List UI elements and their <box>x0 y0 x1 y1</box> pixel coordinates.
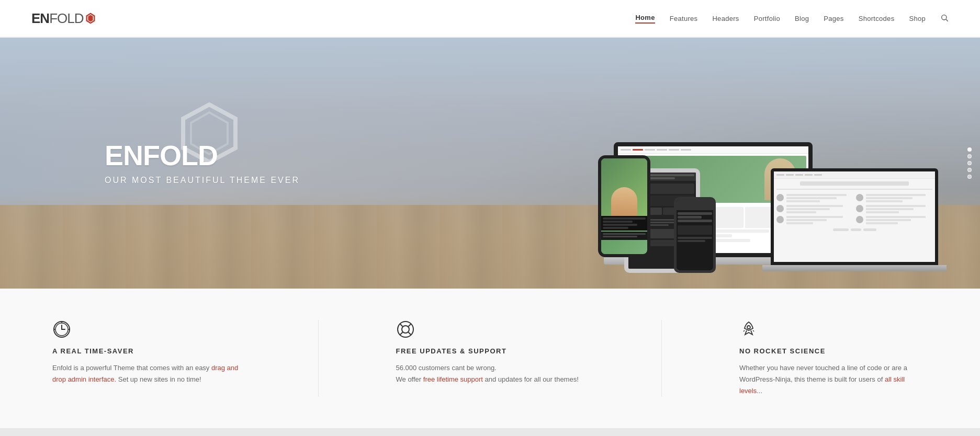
scroll-dot-5[interactable] <box>967 175 972 179</box>
hero-devices <box>572 69 938 289</box>
footer-bar <box>0 428 980 436</box>
search-icon[interactable] <box>940 14 949 24</box>
site-header: ENFOLD Home Features Headers Portfolio B… <box>0 0 980 37</box>
hero-content: ENFOLD OUR MOST BEAUTIFUL THEME EVER <box>105 141 300 185</box>
clock-icon <box>52 320 71 339</box>
feature-2-link[interactable]: free lifetime support <box>423 375 483 383</box>
feature-divider-2 <box>661 320 662 397</box>
features-section: A REAL TIME-SAVER Enfold is a powerful T… <box>0 289 980 428</box>
scroll-dot-4[interactable] <box>967 168 972 172</box>
feature-3-desc: Whether you have never touched a line of… <box>739 362 928 397</box>
svg-point-14 <box>402 326 409 333</box>
scroll-dot-3[interactable] <box>967 161 972 165</box>
feature-1-title: A REAL TIME-SAVER <box>52 347 241 355</box>
feature-time-saver: A REAL TIME-SAVER Enfold is a powerful T… <box>52 320 241 397</box>
feature-1-link[interactable]: drag and drop admin interface. <box>52 364 238 383</box>
svg-line-21 <box>753 330 754 331</box>
feature-1-desc: Enfold is a powerful Theme that comes wi… <box>52 362 241 385</box>
site-logo[interactable]: ENFOLD <box>31 10 96 27</box>
nav-blog[interactable]: Blog <box>795 15 809 22</box>
svg-line-16 <box>408 324 411 327</box>
scroll-dot-2[interactable] <box>967 154 972 158</box>
nav-pages[interactable]: Pages <box>824 15 843 22</box>
feature-no-rocket: NO ROCKET SCIENCE Whether you have never… <box>739 320 928 397</box>
svg-line-3 <box>946 19 948 21</box>
scroll-indicator[interactable] <box>967 147 972 179</box>
svg-marker-5 <box>191 112 228 154</box>
lifebuoy-icon <box>396 320 415 339</box>
feature-updates-support: FREE UPDATES & SUPPORT 56.000 customers … <box>396 320 584 397</box>
hero-hexagon-watermark <box>178 102 241 167</box>
nav-portfolio[interactable]: Portfolio <box>754 15 780 22</box>
svg-line-17 <box>408 332 411 336</box>
nav-home[interactable]: Home <box>635 14 655 24</box>
nav-features[interactable]: Features <box>670 15 698 22</box>
feature-2-title: FREE UPDATES & SUPPORT <box>396 347 584 355</box>
scroll-dot-1[interactable] <box>967 147 972 152</box>
nav-shop[interactable]: Shop <box>909 15 926 22</box>
feature-2-desc: 56.000 customers cant be wrong.We offer … <box>396 362 584 385</box>
svg-point-2 <box>942 15 947 19</box>
hero-section: ENFOLD OUR MOST BEAUTIFUL THEME EVER <box>0 38 980 289</box>
nav-headers[interactable]: Headers <box>712 15 739 22</box>
feature-3-title: NO ROCKET SCIENCE <box>739 347 928 355</box>
svg-marker-1 <box>88 15 93 22</box>
logo-hexagon-icon <box>85 13 96 24</box>
device-phone-small <box>674 197 716 273</box>
feature-3-link[interactable]: all skill levels <box>739 375 905 395</box>
device-phone-large <box>598 155 650 257</box>
svg-line-20 <box>744 330 745 331</box>
svg-line-18 <box>400 332 403 336</box>
svg-point-19 <box>747 326 750 329</box>
logo-text: ENFOLD <box>31 10 83 27</box>
device-laptop-small <box>771 168 938 283</box>
hero-subtitle: OUR MOST BEAUTIFUL THEME EVER <box>105 176 300 185</box>
feature-divider-1 <box>318 320 319 397</box>
nav-shortcodes[interactable]: Shortcodes <box>859 15 895 22</box>
rocket-icon <box>739 320 758 339</box>
main-nav: Home Features Headers Portfolio Blog Pag… <box>635 14 949 24</box>
svg-line-15 <box>400 324 403 327</box>
